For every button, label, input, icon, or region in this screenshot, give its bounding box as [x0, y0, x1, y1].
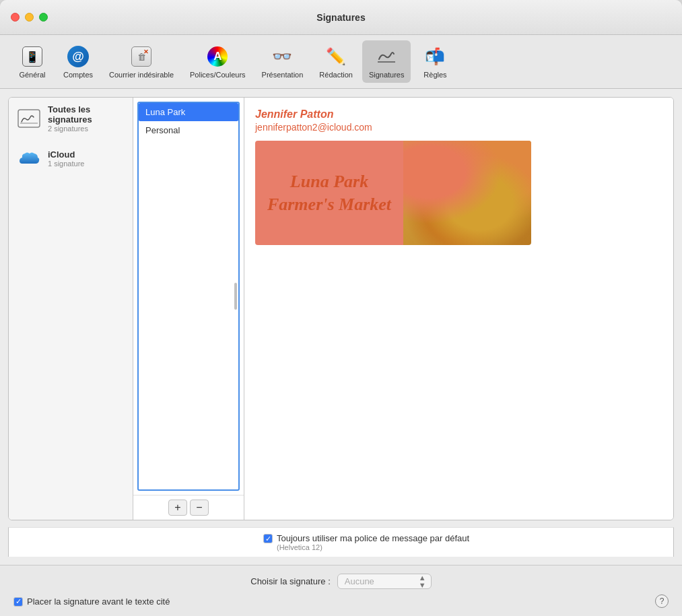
banner-text: Luna Park Farmer's Market	[267, 170, 391, 216]
icloud-count: 1 signature	[48, 160, 84, 168]
redaction-icon: ✏️	[324, 44, 348, 69]
signature-banner: Luna Park Farmer's Market	[255, 141, 531, 245]
toolbar-label-general: Général	[19, 71, 45, 79]
panels-row: Toutes les signatures 2 signatures	[8, 97, 674, 520]
presentation-icon: 👓	[270, 44, 294, 69]
place-before-checkbox[interactable]: ✓	[13, 597, 23, 607]
toolbar-item-signatures[interactable]: Signatures	[362, 40, 411, 83]
signature-select[interactable]: Aucune Luna Park Personal	[337, 574, 432, 589]
sig-contact-email: jenniferpatton2@icloud.com	[255, 122, 662, 133]
toolbar-label-redaction: Rédaction	[319, 71, 353, 79]
toolbar: 📱 Général @ Comptes 🗑 ✕ Courrier indésir…	[0, 35, 682, 89]
signatures-list-panel: Luna Park Personal + −	[133, 98, 244, 520]
toolbar-item-polices[interactable]: A Polices/Couleurs	[183, 40, 252, 83]
toolbar-item-regles[interactable]: 📬 Règles	[413, 40, 456, 83]
close-button[interactable]	[11, 13, 20, 22]
account-item-icloud[interactable]: iCloud 1 signature	[9, 139, 133, 177]
choose-signature-label: Choisir la signature :	[250, 576, 331, 586]
all-signatures-icon	[17, 106, 41, 131]
remove-signature-button[interactable]: −	[190, 500, 209, 516]
place-before-row: ✓ Placer la signature avant le texte cit…	[13, 594, 669, 608]
help-button[interactable]: ?	[655, 594, 669, 608]
toolbar-item-comptes[interactable]: @ Comptes	[57, 40, 100, 83]
polices-icon: A	[205, 44, 230, 69]
main-window: Signatures 📱 Général @ Comptes 🗑 ✕	[0, 0, 682, 616]
icloud-icon	[17, 146, 41, 170]
add-signature-button[interactable]: +	[168, 500, 187, 516]
toolbar-label-courrier: Courrier indésirable	[109, 71, 174, 79]
signature-item-luna[interactable]: Luna Park	[139, 103, 238, 121]
sig-list-controls: + −	[133, 495, 244, 520]
fruit-image	[403, 141, 531, 245]
window-controls	[11, 13, 48, 22]
toolbar-label-signatures: Signatures	[369, 71, 405, 79]
general-icon: 📱	[20, 44, 44, 69]
comptes-icon: @	[66, 44, 90, 69]
sig-contact-name: Jennifer Patton	[255, 108, 662, 121]
toolbar-label-regles: Règles	[423, 71, 446, 79]
maximize-button[interactable]	[39, 13, 48, 22]
toolbar-item-presentation[interactable]: 👓 Présentation	[255, 40, 310, 83]
always-use-default-checkbox[interactable]: ✓	[263, 534, 273, 543]
signature-item-personal[interactable]: Personal	[139, 121, 238, 139]
banner-right	[403, 141, 531, 245]
icloud-name: iCloud	[48, 149, 84, 160]
choose-signature-row: Choisir la signature : Aucune Luna Park …	[250, 574, 432, 589]
signature-preview-panel: Jennifer Patton jenniferpatton2@icloud.c…	[244, 98, 673, 520]
bottom-bar: Choisir la signature : Aucune Luna Park …	[0, 565, 682, 616]
regles-icon: 📬	[423, 44, 447, 69]
place-before-label: Placer la signature avant le texte cité	[27, 596, 170, 607]
toolbar-item-general[interactable]: 📱 Général	[11, 40, 54, 83]
courrier-icon: 🗑 ✕	[129, 44, 154, 69]
accounts-panel: Toutes les signatures 2 signatures	[9, 98, 133, 520]
toolbar-label-presentation: Présentation	[262, 71, 304, 79]
toolbar-label-polices: Polices/Couleurs	[190, 71, 246, 79]
signatures-icon	[374, 44, 399, 69]
all-signatures-name: Toutes les signatures	[48, 104, 125, 125]
always-use-default-label: Toujours utiliser ma police de message p…	[277, 533, 469, 543]
options-row: ✓ Toujours utiliser ma police de message…	[8, 527, 674, 557]
place-before-option: ✓ Placer la signature avant le texte cit…	[13, 596, 170, 607]
signature-select-wrap: Aucune Luna Park Personal ▲ ▼	[337, 574, 432, 589]
toolbar-item-courrier[interactable]: 🗑 ✕ Courrier indésirable	[102, 40, 180, 83]
title-bar: Signatures	[0, 0, 682, 35]
scroll-handle[interactable]	[234, 283, 237, 310]
main-content: Toutes les signatures 2 signatures	[0, 89, 682, 565]
window-title: Signatures	[316, 12, 365, 23]
toolbar-item-redaction[interactable]: ✏️ Rédaction	[312, 40, 360, 83]
account-item-all[interactable]: Toutes les signatures 2 signatures	[9, 98, 133, 139]
toolbar-label-comptes: Comptes	[63, 71, 93, 79]
always-use-default-sublabel: (Helvetica 12)	[277, 543, 469, 551]
banner-left: Luna Park Farmer's Market	[255, 141, 403, 245]
always-use-default-option: ✓ Toujours utiliser ma police de message…	[263, 533, 469, 551]
minimize-button[interactable]	[25, 13, 34, 22]
signatures-list[interactable]: Luna Park Personal	[137, 102, 240, 491]
all-signatures-count: 2 signatures	[48, 125, 125, 133]
